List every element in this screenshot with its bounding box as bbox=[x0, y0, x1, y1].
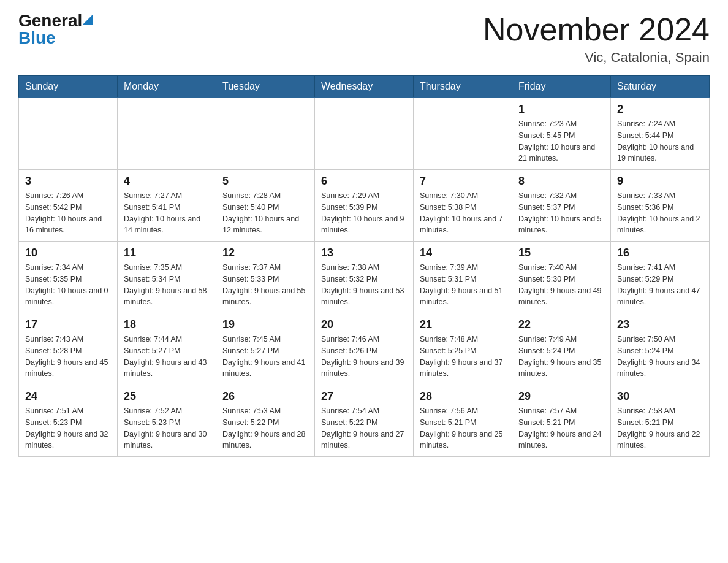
day-number: 21 bbox=[420, 318, 506, 331]
day-number: 11 bbox=[124, 247, 210, 259]
calendar-week-row: 1Sunrise: 7:23 AM Sunset: 5:45 PM Daylig… bbox=[19, 98, 710, 170]
calendar-cell: 28Sunrise: 7:56 AM Sunset: 5:21 PM Dayli… bbox=[414, 385, 512, 457]
calendar-week-row: 24Sunrise: 7:51 AM Sunset: 5:23 PM Dayli… bbox=[19, 385, 710, 457]
day-info: Sunrise: 7:48 AM Sunset: 5:25 PM Dayligh… bbox=[420, 334, 506, 380]
day-info: Sunrise: 7:38 AM Sunset: 5:32 PM Dayligh… bbox=[321, 262, 407, 308]
day-info: Sunrise: 7:58 AM Sunset: 5:21 PM Dayligh… bbox=[617, 405, 703, 451]
day-info: Sunrise: 7:44 AM Sunset: 5:27 PM Dayligh… bbox=[124, 334, 210, 380]
calendar-cell bbox=[118, 98, 216, 170]
day-info: Sunrise: 7:30 AM Sunset: 5:38 PM Dayligh… bbox=[420, 190, 506, 236]
calendar-cell: 15Sunrise: 7:40 AM Sunset: 5:30 PM Dayli… bbox=[512, 242, 611, 313]
calendar-cell: 8Sunrise: 7:32 AM Sunset: 5:37 PM Daylig… bbox=[512, 170, 611, 242]
calendar-cell: 6Sunrise: 7:29 AM Sunset: 5:39 PM Daylig… bbox=[315, 170, 414, 242]
weekday-header-thursday: Thursday bbox=[414, 76, 512, 98]
day-info: Sunrise: 7:28 AM Sunset: 5:40 PM Dayligh… bbox=[222, 190, 308, 236]
calendar-table: SundayMondayTuesdayWednesdayThursdayFrid… bbox=[18, 75, 710, 457]
calendar-cell: 5Sunrise: 7:28 AM Sunset: 5:40 PM Daylig… bbox=[216, 170, 315, 242]
calendar-cell: 18Sunrise: 7:44 AM Sunset: 5:27 PM Dayli… bbox=[118, 313, 216, 385]
day-info: Sunrise: 7:40 AM Sunset: 5:30 PM Dayligh… bbox=[518, 262, 604, 308]
weekday-header-saturday: Saturday bbox=[611, 76, 710, 98]
day-info: Sunrise: 7:49 AM Sunset: 5:24 PM Dayligh… bbox=[518, 334, 604, 380]
day-number: 15 bbox=[518, 247, 604, 259]
calendar-cell: 21Sunrise: 7:48 AM Sunset: 5:25 PM Dayli… bbox=[414, 313, 512, 385]
calendar-cell: 25Sunrise: 7:52 AM Sunset: 5:23 PM Dayli… bbox=[118, 385, 216, 457]
calendar-cell: 26Sunrise: 7:53 AM Sunset: 5:22 PM Dayli… bbox=[216, 385, 315, 457]
calendar-cell bbox=[315, 98, 414, 170]
day-number: 18 bbox=[124, 318, 210, 331]
calendar-cell: 16Sunrise: 7:41 AM Sunset: 5:29 PM Dayli… bbox=[611, 242, 710, 313]
calendar-cell: 29Sunrise: 7:57 AM Sunset: 5:21 PM Dayli… bbox=[512, 385, 611, 457]
calendar-cell: 1Sunrise: 7:23 AM Sunset: 5:45 PM Daylig… bbox=[512, 98, 611, 170]
day-number: 7 bbox=[420, 175, 506, 188]
calendar-cell: 4Sunrise: 7:27 AM Sunset: 5:41 PM Daylig… bbox=[118, 170, 216, 242]
calendar-cell: 12Sunrise: 7:37 AM Sunset: 5:33 PM Dayli… bbox=[216, 242, 315, 313]
calendar-cell: 10Sunrise: 7:34 AM Sunset: 5:35 PM Dayli… bbox=[19, 242, 118, 313]
day-info: Sunrise: 7:54 AM Sunset: 5:22 PM Dayligh… bbox=[321, 405, 407, 451]
calendar-cell: 2Sunrise: 7:24 AM Sunset: 5:44 PM Daylig… bbox=[611, 98, 710, 170]
day-number: 5 bbox=[222, 175, 308, 188]
day-info: Sunrise: 7:41 AM Sunset: 5:29 PM Dayligh… bbox=[617, 262, 703, 308]
day-number: 26 bbox=[222, 390, 308, 403]
logo: General Blue bbox=[18, 12, 93, 47]
page-header: General Blue November 2024 Vic, Cataloni… bbox=[18, 12, 710, 66]
calendar-cell: 14Sunrise: 7:39 AM Sunset: 5:31 PM Dayli… bbox=[414, 242, 512, 313]
calendar-cell: 3Sunrise: 7:26 AM Sunset: 5:42 PM Daylig… bbox=[19, 170, 118, 242]
day-info: Sunrise: 7:46 AM Sunset: 5:26 PM Dayligh… bbox=[321, 334, 407, 380]
day-number: 12 bbox=[222, 247, 308, 259]
day-number: 27 bbox=[321, 390, 407, 403]
logo-arrow-icon bbox=[82, 14, 93, 25]
day-info: Sunrise: 7:32 AM Sunset: 5:37 PM Dayligh… bbox=[518, 190, 604, 236]
calendar-cell: 23Sunrise: 7:50 AM Sunset: 5:24 PM Dayli… bbox=[611, 313, 710, 385]
day-number: 23 bbox=[617, 318, 703, 331]
day-number: 4 bbox=[124, 175, 210, 188]
calendar-cell: 13Sunrise: 7:38 AM Sunset: 5:32 PM Dayli… bbox=[315, 242, 414, 313]
day-info: Sunrise: 7:52 AM Sunset: 5:23 PM Dayligh… bbox=[124, 405, 210, 451]
day-number: 24 bbox=[25, 390, 111, 403]
day-info: Sunrise: 7:29 AM Sunset: 5:39 PM Dayligh… bbox=[321, 190, 407, 236]
day-number: 6 bbox=[321, 175, 407, 188]
day-info: Sunrise: 7:37 AM Sunset: 5:33 PM Dayligh… bbox=[222, 262, 308, 308]
weekday-header-friday: Friday bbox=[512, 76, 611, 98]
day-info: Sunrise: 7:43 AM Sunset: 5:28 PM Dayligh… bbox=[25, 334, 111, 380]
day-number: 28 bbox=[420, 390, 506, 403]
day-info: Sunrise: 7:24 AM Sunset: 5:44 PM Dayligh… bbox=[617, 118, 703, 164]
logo-general-text: General bbox=[18, 12, 82, 29]
weekday-header-monday: Monday bbox=[118, 76, 216, 98]
calendar-cell: 19Sunrise: 7:45 AM Sunset: 5:27 PM Dayli… bbox=[216, 313, 315, 385]
day-info: Sunrise: 7:56 AM Sunset: 5:21 PM Dayligh… bbox=[420, 405, 506, 451]
day-number: 14 bbox=[420, 247, 506, 259]
calendar-cell: 7Sunrise: 7:30 AM Sunset: 5:38 PM Daylig… bbox=[414, 170, 512, 242]
day-info: Sunrise: 7:39 AM Sunset: 5:31 PM Dayligh… bbox=[420, 262, 506, 308]
calendar-cell: 22Sunrise: 7:49 AM Sunset: 5:24 PM Dayli… bbox=[512, 313, 611, 385]
day-info: Sunrise: 7:53 AM Sunset: 5:22 PM Dayligh… bbox=[222, 405, 308, 451]
day-info: Sunrise: 7:23 AM Sunset: 5:45 PM Dayligh… bbox=[518, 118, 604, 164]
calendar-week-row: 10Sunrise: 7:34 AM Sunset: 5:35 PM Dayli… bbox=[19, 242, 710, 313]
day-info: Sunrise: 7:50 AM Sunset: 5:24 PM Dayligh… bbox=[617, 334, 703, 380]
day-number: 29 bbox=[518, 390, 604, 403]
day-number: 9 bbox=[617, 175, 703, 188]
day-number: 20 bbox=[321, 318, 407, 331]
calendar-cell: 27Sunrise: 7:54 AM Sunset: 5:22 PM Dayli… bbox=[315, 385, 414, 457]
day-number: 10 bbox=[25, 247, 111, 259]
day-info: Sunrise: 7:27 AM Sunset: 5:41 PM Dayligh… bbox=[124, 190, 210, 236]
day-info: Sunrise: 7:51 AM Sunset: 5:23 PM Dayligh… bbox=[25, 405, 111, 451]
month-title: November 2024 bbox=[483, 12, 710, 47]
day-info: Sunrise: 7:34 AM Sunset: 5:35 PM Dayligh… bbox=[25, 262, 111, 308]
day-number: 30 bbox=[617, 390, 703, 403]
location-title: Vic, Catalonia, Spain bbox=[483, 50, 710, 66]
day-info: Sunrise: 7:26 AM Sunset: 5:42 PM Dayligh… bbox=[25, 190, 111, 236]
day-number: 22 bbox=[518, 318, 604, 331]
logo-blue-text: Blue bbox=[18, 29, 56, 47]
day-number: 19 bbox=[222, 318, 308, 331]
day-number: 3 bbox=[25, 175, 111, 188]
day-info: Sunrise: 7:33 AM Sunset: 5:36 PM Dayligh… bbox=[617, 190, 703, 236]
calendar-cell: 30Sunrise: 7:58 AM Sunset: 5:21 PM Dayli… bbox=[611, 385, 710, 457]
calendar-cell: 20Sunrise: 7:46 AM Sunset: 5:26 PM Dayli… bbox=[315, 313, 414, 385]
day-number: 13 bbox=[321, 247, 407, 259]
calendar-week-row: 17Sunrise: 7:43 AM Sunset: 5:28 PM Dayli… bbox=[19, 313, 710, 385]
day-number: 1 bbox=[518, 103, 604, 116]
calendar-cell bbox=[414, 98, 512, 170]
weekday-header-tuesday: Tuesday bbox=[216, 76, 315, 98]
calendar-cell bbox=[216, 98, 315, 170]
calendar-cell: 9Sunrise: 7:33 AM Sunset: 5:36 PM Daylig… bbox=[611, 170, 710, 242]
